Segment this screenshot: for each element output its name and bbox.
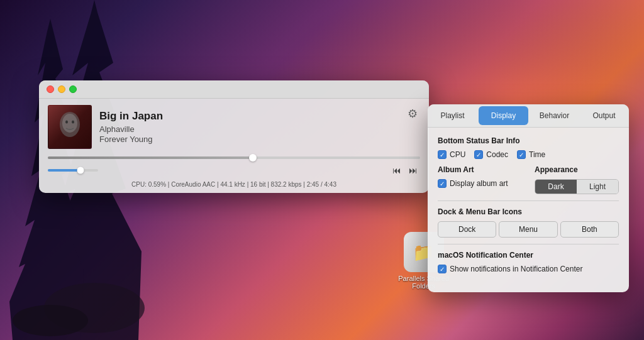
album-art <box>48 105 92 149</box>
cpu-checkbox[interactable]: ✓ <box>438 150 447 159</box>
menu-button[interactable]: Menu <box>499 221 557 238</box>
display-album-art-label: Display album art <box>450 179 508 188</box>
display-album-art-item[interactable]: ✓ Display album art <box>438 179 522 188</box>
volume-thumb[interactable] <box>77 167 84 174</box>
controls-row: ⏮ ⏭ <box>39 162 429 179</box>
status-bar-checkboxes: ✓ CPU ✓ Codec ✓ Time <box>438 150 619 159</box>
gear-button[interactable]: ⚙ <box>405 106 420 121</box>
settings-body: Bottom Status Bar Info ✓ CPU ✓ Codec ✓ T… <box>428 128 629 282</box>
minimize-button[interactable] <box>58 85 65 93</box>
appearance-section: Appearance Dark Light <box>535 165 619 194</box>
svg-point-8 <box>72 121 74 124</box>
both-button[interactable]: Both <box>560 221 619 238</box>
progress-thumb[interactable] <box>249 154 257 162</box>
track-album: Forever Young <box>99 134 397 144</box>
cpu-checkbox-item[interactable]: ✓ CPU <box>438 150 465 159</box>
track-title: Big in Japan <box>99 110 397 123</box>
dark-button[interactable]: Dark <box>535 180 577 194</box>
tab-behavior[interactable]: Behavior <box>530 104 579 127</box>
progress-fill <box>48 156 253 159</box>
time-checkbox-item[interactable]: ✓ Time <box>517 150 545 159</box>
album-appearance-row: Album Art ✓ Display album art Appearance… <box>438 165 619 194</box>
dock-menu-bar-title: Dock & Menu Bar Icons <box>438 207 619 216</box>
album-art-image <box>48 105 92 149</box>
volume-fill <box>48 169 80 172</box>
tab-playlist[interactable]: Playlist <box>428 104 477 127</box>
divider-2 <box>438 244 619 244</box>
svg-point-7 <box>65 121 68 124</box>
dock-button[interactable]: Dock <box>438 221 496 238</box>
next-button[interactable]: ⏭ <box>406 164 420 177</box>
time-checkbox[interactable]: ✓ <box>517 150 526 159</box>
codec-label: Codec <box>486 150 508 159</box>
notification-checkbox-item[interactable]: ✓ Show notifications in Notification Cen… <box>438 265 619 273</box>
player-window: Big in Japan Alphaville Forever Young ⚙ … <box>39 80 429 193</box>
close-button[interactable] <box>47 85 54 93</box>
status-bar: CPU: 0.59% | CoreAudio AAC | 44.1 kHz | … <box>39 179 429 193</box>
settings-panel: Playlist Display Behavior Output Bottom … <box>428 104 629 292</box>
divider-1 <box>438 200 619 201</box>
cpu-label: CPU <box>450 150 465 159</box>
traffic-lights <box>47 85 77 93</box>
appearance-title: Appearance <box>535 165 619 174</box>
bottom-status-bar-title: Bottom Status Bar Info <box>438 136 619 145</box>
settings-tabs: Playlist Display Behavior Output <box>428 104 629 128</box>
player-content: Big in Japan Alphaville Forever Young ⚙ <box>39 99 429 153</box>
progress-track[interactable] <box>48 156 420 159</box>
tab-display[interactable]: Display <box>479 106 528 125</box>
notification-title: macOS Notification Center <box>438 251 619 260</box>
prev-button[interactable]: ⏮ <box>390 164 404 177</box>
album-art-title: Album Art <box>438 165 522 174</box>
dock-buttons: Dock Menu Both <box>438 221 619 238</box>
display-album-art-checkbox[interactable]: ✓ <box>438 179 447 188</box>
codec-checkbox[interactable]: ✓ <box>474 150 483 159</box>
album-art-section: Album Art ✓ Display album art <box>438 165 522 194</box>
notification-label: Show notifications in Notification Cente… <box>450 265 582 273</box>
time-label: Time <box>529 150 545 159</box>
title-bar <box>39 80 429 99</box>
tab-output[interactable]: Output <box>579 104 629 127</box>
codec-checkbox-item[interactable]: ✓ Codec <box>474 150 508 159</box>
track-artist: Alphaville <box>99 124 397 134</box>
appearance-toggle: Dark Light <box>535 179 619 194</box>
maximize-button[interactable] <box>69 85 77 93</box>
notification-checkbox[interactable]: ✓ <box>438 265 447 273</box>
progress-area[interactable] <box>39 153 429 162</box>
track-info: Big in Japan Alphaville Forever Young <box>99 110 397 143</box>
light-button[interactable]: Light <box>577 180 618 194</box>
volume-slider[interactable] <box>48 169 98 172</box>
